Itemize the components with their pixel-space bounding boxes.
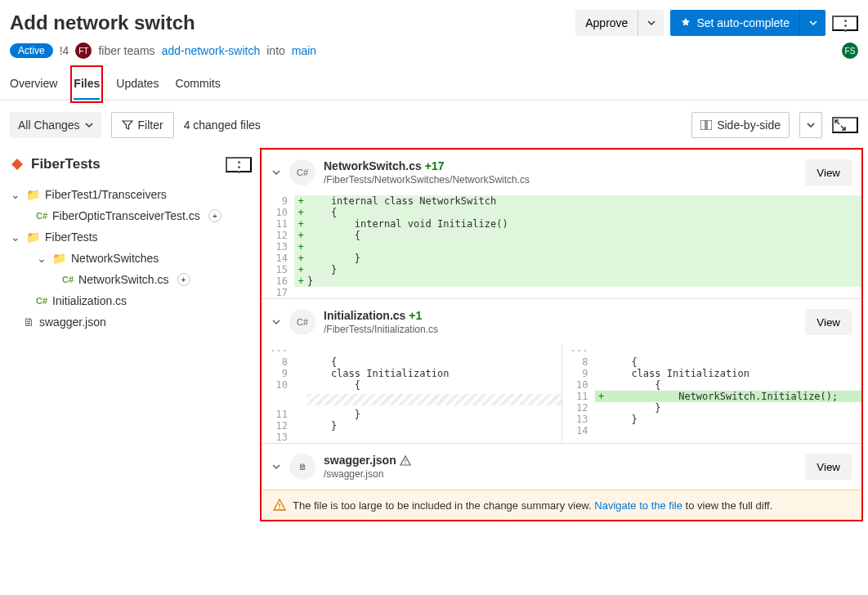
tree-file[interactable]: C# Initialization.cs (10, 290, 252, 311)
chevron-down-icon[interactable] (271, 168, 281, 177)
warning-text-post: to view the full diff. (682, 499, 772, 512)
tree-file[interactable]: C# FiberOpticTransceiverTest.cs + (10, 205, 252, 226)
approve-chevron[interactable] (638, 10, 664, 36)
file-icon: 🗎 (289, 454, 315, 480)
repo-header[interactable]: FiberTests (10, 156, 101, 172)
source-branch-link[interactable]: add-network-switch (162, 44, 261, 57)
target-branch-link[interactable]: main (292, 44, 316, 57)
diff-view-chevron[interactable] (799, 112, 822, 138)
status-badge: Active (10, 43, 53, 58)
lines-added: +1 (409, 309, 422, 322)
tab-files[interactable]: Files (74, 69, 100, 100)
side-by-side-icon (700, 120, 712, 130)
autocomplete-chevron[interactable] (799, 10, 825, 36)
repo-more-button[interactable] (226, 157, 252, 172)
view-file-button[interactable]: View (805, 159, 852, 186)
file-path: /swagger.json (324, 468, 411, 480)
csharp-icon: C# (289, 309, 315, 335)
svg-rect-0 (700, 120, 705, 130)
filter-label: Filter (138, 119, 163, 132)
changed-files-count: 4 changed files (184, 119, 261, 132)
folder-icon: 📁 (52, 252, 66, 265)
tree-label: FiberTest1/Transceivers (45, 188, 167, 201)
warning-icon (273, 499, 286, 512)
tree-label: Initialization.cs (52, 294, 127, 307)
diff-right-column: ···8 {9 class Initialization10 {11+ Netw… (562, 345, 862, 443)
chevron-down-icon: ⌄ (10, 230, 21, 244)
team-name: fiber teams (98, 44, 154, 57)
add-badge: + (177, 273, 190, 286)
chevron-down-icon[interactable] (271, 317, 281, 327)
diff-view-dropdown[interactable]: Side-by-side (691, 112, 790, 138)
csharp-icon: C# (289, 159, 315, 186)
tree-folder[interactable]: ⌄ 📁 NetworkSwitches (10, 248, 252, 269)
file-icon: 🗎 (23, 315, 34, 329)
filter-icon (122, 119, 133, 131)
chevron-down-icon (807, 121, 815, 129)
tree-folder[interactable]: ⌄ 📁 FiberTests (10, 226, 252, 248)
team-avatar: FT (75, 42, 92, 59)
csharp-icon: C# (36, 296, 47, 306)
into-text: into (266, 44, 285, 57)
file-name: swagger.json (324, 454, 396, 467)
lines-added: +17 (425, 159, 445, 172)
autocomplete-split-button[interactable]: Set auto-complete (670, 10, 825, 36)
dots-vertical-icon (238, 166, 240, 168)
csharp-icon: C# (62, 275, 74, 284)
autocomplete-label: Set auto-complete (696, 16, 790, 29)
fullscreen-icon (834, 119, 847, 132)
tree-folder[interactable]: ⌄ 📁 FiberTest1/Transceivers (10, 184, 252, 205)
repo-icon (10, 157, 25, 172)
chevron-down-icon (85, 121, 93, 129)
navigate-to-file-link[interactable]: Navigate to the file (594, 499, 682, 512)
pr-number: !4 (60, 44, 69, 57)
chevron-down-icon[interactable] (271, 462, 281, 472)
file-tree-sidebar: FiberTests ⌄ 📁 FiberTest1/Transceivers C… (0, 150, 262, 525)
view-file-button[interactable]: View (805, 454, 852, 480)
approve-button[interactable]: Approve (575, 10, 638, 36)
tab-commits[interactable]: Commits (175, 69, 220, 100)
diff-left-column: ···8 {9 class Initialization10 {11 }12 }… (262, 345, 562, 443)
file-path: /FiberTests/NetworkSwitches/NetworkSwitc… (324, 174, 530, 186)
file-diff-block: C# NetworkSwitch.cs +17 /FiberTests/Netw… (262, 150, 861, 299)
autocomplete-icon (680, 17, 691, 29)
folder-icon: 📁 (26, 188, 40, 201)
diff-main-panel: C# NetworkSwitch.cs +17 /FiberTests/Netw… (262, 150, 861, 520)
filter-button[interactable]: Filter (111, 112, 174, 138)
warning-banner: The file is too large to be included in … (262, 490, 861, 520)
page-title: Add network switch (10, 11, 195, 34)
user-avatar: FS (842, 42, 858, 59)
svg-point-3 (405, 463, 405, 464)
tree-file[interactable]: C# NetworkSwitch.cs + (10, 269, 252, 290)
view-file-button[interactable]: View (805, 309, 852, 335)
chevron-down-icon (809, 19, 817, 27)
file-path: /FiberTests/Initialization.cs (324, 324, 438, 335)
autocomplete-button[interactable]: Set auto-complete (670, 10, 799, 36)
changes-dropdown[interactable]: All Changes (10, 112, 101, 138)
tree-label: FiberTests (45, 230, 98, 244)
tree-label: FiberOpticTransceiverTest.cs (52, 209, 200, 222)
file-name: Initialization.cs (324, 309, 405, 322)
changes-dropdown-label: All Changes (18, 119, 80, 132)
dots-vertical-icon (844, 25, 847, 27)
repo-name-label: FiberTests (31, 156, 101, 172)
svg-point-5 (279, 508, 280, 509)
more-actions-button[interactable] (832, 16, 858, 31)
chevron-down-icon: ⌄ (36, 252, 47, 265)
tree-file[interactable]: 🗎 swagger.json (10, 311, 252, 333)
svg-rect-1 (707, 120, 712, 130)
approve-split-button[interactable]: Approve (575, 10, 664, 36)
file-diff-block: C# Initialization.cs +1 /FiberTests/Init… (262, 299, 861, 444)
file-name: NetworkSwitch.cs (324, 159, 422, 172)
diff-view-label: Side-by-side (717, 119, 781, 132)
fullscreen-button[interactable] (832, 117, 858, 133)
tab-overview[interactable]: Overview (10, 69, 57, 100)
warning-icon (400, 455, 411, 467)
file-diff-block: 🗎 swagger.json /swagger.json View The fi… (262, 444, 861, 520)
add-badge: + (208, 209, 221, 222)
csharp-icon: C# (36, 211, 47, 221)
warning-text-pre: The file is too large to be included in … (293, 499, 594, 512)
chevron-down-icon: ⌄ (10, 188, 21, 201)
tab-updates[interactable]: Updates (116, 69, 159, 100)
tree-label: NetworkSwitch.cs (78, 273, 168, 286)
